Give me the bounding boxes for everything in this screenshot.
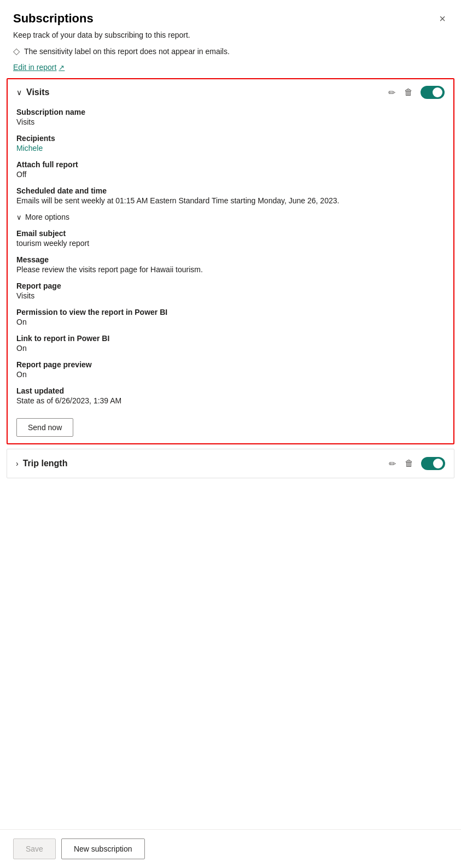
recipients-value[interactable]: Michele [16, 144, 445, 153]
subscription-name-field: Subscription name Visits [16, 108, 445, 126]
panel-header: Subscriptions × [0, 0, 461, 31]
visits-edit-button[interactable]: ✏ [387, 86, 396, 99]
visits-card-header: ∨ Visits ✏ 🗑 [16, 86, 445, 99]
message-label: Message [16, 255, 445, 264]
visits-subscription-card: ∨ Visits ✏ 🗑 [7, 78, 454, 444]
visits-toggle-thumb [433, 87, 442, 97]
last-updated-label: Last updated [16, 386, 445, 395]
visits-chevron-icon[interactable]: ∨ [16, 88, 22, 97]
edit-icon: ✏ [388, 88, 395, 97]
visits-delete-button[interactable]: 🗑 [403, 86, 414, 98]
visits-card-inner: ∨ Visits ✏ 🗑 [8, 79, 453, 443]
message-field: Message Please review the visits report … [16, 255, 445, 274]
last-updated-value: State as of 6/26/2023, 1:39 AM [16, 396, 445, 405]
scheduled-field: Scheduled date and time Emails will be s… [16, 186, 445, 205]
attach-full-report-value: Off [16, 170, 445, 179]
trip-delete-icon: 🗑 [405, 459, 413, 468]
permission-field: Permission to view the report in Power B… [16, 308, 445, 326]
permission-label: Permission to view the report in Power B… [16, 308, 445, 316]
scheduled-value: Emails will be sent weekly at 01:15 AM E… [16, 196, 445, 205]
sensitivity-icon: ◇ [13, 46, 20, 56]
email-subject-value: tourism weekly report [16, 239, 445, 248]
report-preview-label: Report page preview [16, 360, 445, 369]
report-page-field: Report page Visits [16, 281, 445, 300]
visits-card-title: Visits [26, 87, 49, 97]
attach-full-report-field: Attach full report Off [16, 160, 445, 179]
report-preview-value: On [16, 370, 445, 379]
sensitivity-notice: The sensitivity label on this report doe… [24, 47, 230, 56]
subtitle-text: Keep track of your data by subscribing t… [0, 31, 461, 44]
close-button[interactable]: × [437, 11, 448, 26]
sensitivity-row: ◇ The sensitivity label on this report d… [0, 44, 461, 61]
delete-icon: 🗑 [404, 87, 413, 97]
message-value: Please review the visits report page for… [16, 265, 445, 274]
edit-link-text: Edit in report [13, 63, 56, 72]
report-preview-field: Report page preview On [16, 360, 445, 379]
external-link-icon: ↗ [59, 63, 65, 72]
trip-length-header-right: ✏ 🗑 [388, 457, 445, 470]
trip-length-card-title: Trip length [23, 459, 68, 468]
more-options-row[interactable]: ∨ More options [16, 213, 445, 221]
panel-title: Subscriptions [13, 11, 94, 26]
link-label: Link to report in Power BI [16, 334, 445, 343]
trip-length-delete-button[interactable]: 🗑 [404, 458, 415, 470]
new-subscription-button[interactable]: New subscription [61, 838, 145, 859]
trip-length-chevron-icon[interactable]: › [16, 459, 19, 468]
more-options-label: More options [25, 213, 69, 221]
trip-length-toggle[interactable] [421, 457, 445, 470]
send-now-button[interactable]: Send now [16, 418, 73, 437]
more-options-chevron-icon: ∨ [16, 213, 22, 221]
report-page-value: Visits [16, 291, 445, 300]
edit-in-report-link[interactable]: Edit in report ↗ [0, 61, 461, 78]
report-page-label: Report page [16, 281, 445, 290]
subscription-name-label: Subscription name [16, 108, 445, 116]
subscription-name-value: Visits [16, 118, 445, 126]
visits-toggle[interactable] [421, 86, 445, 99]
visits-toggle-track [421, 86, 445, 99]
last-updated-field: Last updated State as of 6/26/2023, 1:39… [16, 386, 445, 405]
recipients-label: Recipients [16, 134, 445, 143]
visits-card-header-left: ∨ Visits [16, 87, 49, 97]
trip-length-toggle-track [421, 457, 445, 470]
scheduled-label: Scheduled date and time [16, 186, 445, 195]
trip-length-card-header: › Trip length ✏ 🗑 [7, 449, 454, 478]
subscriptions-panel: Subscriptions × Keep track of your data … [0, 0, 461, 868]
email-subject-field: Email subject tourism weekly report [16, 229, 445, 248]
trip-length-toggle-thumb [433, 459, 443, 468]
trip-length-subscription-card: › Trip length ✏ 🗑 [7, 449, 454, 478]
attach-full-report-label: Attach full report [16, 160, 445, 169]
recipients-field: Recipients Michele [16, 134, 445, 153]
trip-edit-icon: ✏ [389, 459, 396, 468]
permission-value: On [16, 318, 445, 326]
link-value: On [16, 344, 445, 353]
main-content: ∨ Visits ✏ 🗑 [0, 78, 461, 868]
visits-card-header-right: ✏ 🗑 [387, 86, 445, 99]
trip-length-header-left: › Trip length [16, 459, 67, 468]
panel-footer: Save New subscription [0, 829, 461, 868]
save-button: Save [13, 838, 56, 859]
trip-length-edit-button[interactable]: ✏ [388, 458, 397, 470]
email-subject-label: Email subject [16, 229, 445, 238]
link-field: Link to report in Power BI On [16, 334, 445, 353]
